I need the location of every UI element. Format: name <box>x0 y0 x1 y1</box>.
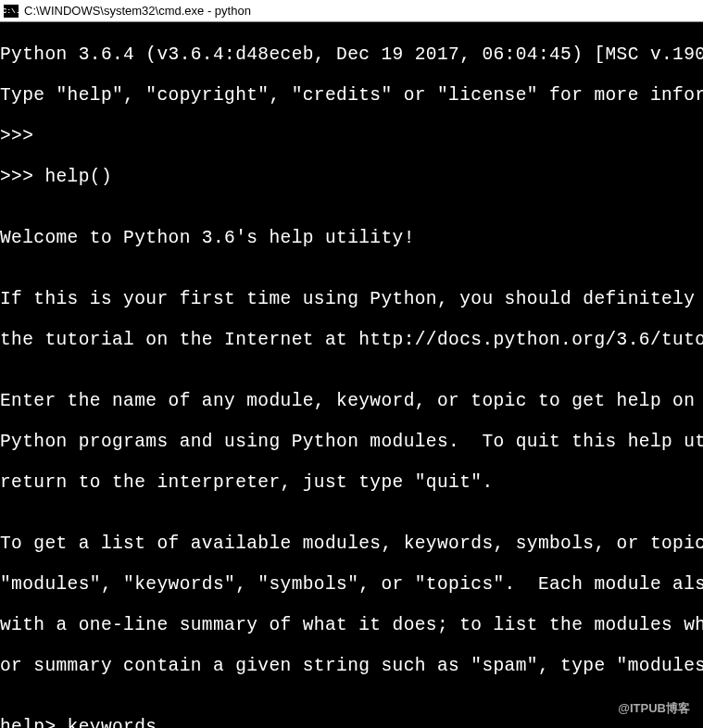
help-para2-line2: Python programs and using Python modules… <box>0 432 703 452</box>
window-titlebar[interactable]: C:\. C:\WINDOWS\system32\cmd.exe - pytho… <box>0 0 703 22</box>
python-help-hint: Type "help", "copyright", "credits" or "… <box>0 85 703 106</box>
cmd-icon-text: C:\. <box>2 7 19 15</box>
help-para2-line1: Enter the name of any module, keyword, o… <box>0 391 703 411</box>
cmd-icon: C:\. <box>4 5 19 18</box>
repl-prompt-help-call: >>> help() <box>0 167 703 187</box>
help-para3-line3: with a one-line summary of what it does;… <box>0 615 703 635</box>
repl-prompt: >>> <box>0 126 703 146</box>
window-title: C:\WINDOWS\system32\cmd.exe - python <box>24 4 251 18</box>
python-version-line: Python 3.6.4 (v3.6.4:d48eceb, Dec 19 201… <box>0 44 703 65</box>
watermark: @ITPUB博客 <box>618 700 690 717</box>
help-para2-line3: return to the interpreter, just type "qu… <box>0 472 703 493</box>
help-para3-line1: To get a list of available modules, keyw… <box>0 533 703 554</box>
help-para3-line4: or summary contain a given string such a… <box>0 656 703 676</box>
help-welcome: Welcome to Python 3.6's help utility! <box>0 228 703 248</box>
help-prompt-keywords: help> keywords <box>0 717 703 728</box>
help-para3-line2: "modules", "keywords", "symbols", or "to… <box>0 574 703 595</box>
terminal-output[interactable]: Python 3.6.4 (v3.6.4:d48eceb, Dec 19 201… <box>0 22 703 728</box>
help-para1-line2: the tutorial on the Internet at http://d… <box>0 330 703 350</box>
help-para1-line1: If this is your first time using Python,… <box>0 289 703 309</box>
